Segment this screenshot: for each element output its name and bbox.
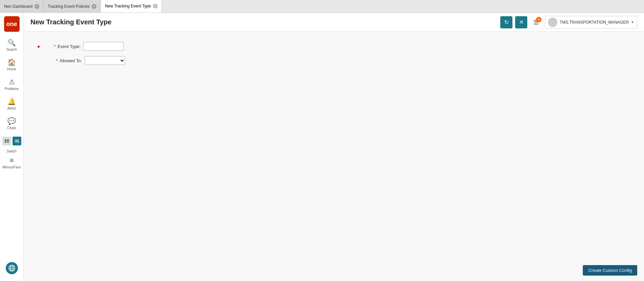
sidebar-item-alerts[interactable]: 🔔 Alerts (0, 94, 23, 114)
form-footer: Create Custom Config (583, 265, 637, 276)
sidebar: one 🔍 Search 🏠 Home ⚠ Problems 🔔 Alerts … (0, 13, 24, 281)
sidebar-bottom (0, 259, 23, 278)
dropdown-arrow-icon: ▼ (631, 20, 634, 24)
tab-neo-dashboard-label: Neo Dashboard (4, 4, 32, 9)
tab-tracking-event-policies-label: Tracking Event Policies (48, 4, 90, 9)
sidebar-item-chats-label: Chats (7, 126, 16, 130)
chats-icon: 💬 (7, 117, 16, 125)
allowed-to-label: * Allowed To: (45, 58, 82, 63)
notification-badge: ★ (536, 17, 542, 22)
event-type-row: ● * Event Type: (37, 42, 630, 51)
menus-favs-icon: ≡ (10, 157, 14, 164)
allowed-to-label-text: Allowed To: (60, 58, 82, 63)
menu-button[interactable]: ☰ ★ (530, 16, 542, 28)
refresh-button[interactable]: ↻ (500, 16, 512, 28)
sidebar-item-chats[interactable]: 💬 Chats (0, 114, 23, 133)
switch-icon-right (13, 137, 21, 145)
tab-tracking-event-policies[interactable]: Tracking Event Policies ✕ (44, 0, 101, 13)
sidebar-item-menus-favs-label: Menus/Favs (2, 165, 21, 169)
event-type-label: * Event Type: (43, 44, 80, 49)
svg-rect-1 (7, 139, 9, 141)
tab-bar: Neo Dashboard ✕ Tracking Event Policies … (0, 0, 644, 13)
user-selector[interactable]: TMS.TRANSPORTATION_MANAGER ▼ (545, 16, 637, 29)
tab-new-tracking-event-type-label: New Tracking Event Type (105, 4, 151, 8)
sidebar-item-problems[interactable]: ⚠ Problems (0, 74, 23, 94)
user-name: TMS.TRANSPORTATION_MANAGER (559, 20, 629, 25)
page-header: New Tracking Event Type ↻ ✕ ☰ ★ TMS.TRAN… (24, 13, 644, 32)
sidebar-item-problems-label: Problems (4, 87, 19, 91)
app-logo[interactable]: one (4, 16, 20, 32)
search-icon: 🔍 (7, 39, 16, 47)
sidebar-item-menus-favs[interactable]: ≡ Menus/Favs (0, 153, 23, 172)
main-layout: one 🔍 Search 🏠 Home ⚠ Problems 🔔 Alerts … (0, 13, 644, 281)
user-avatar (548, 18, 557, 27)
event-type-input[interactable] (83, 42, 124, 51)
svg-rect-3 (7, 141, 9, 143)
allowed-to-required-star: * (56, 58, 58, 63)
svg-rect-0 (5, 139, 6, 141)
globe-button[interactable] (6, 262, 18, 274)
alerts-icon: 🔔 (7, 97, 16, 106)
svg-rect-2 (5, 141, 6, 143)
tab-neo-dashboard-close[interactable]: ✕ (34, 4, 39, 9)
logo-text: one (6, 21, 17, 28)
refresh-icon: ↻ (504, 19, 509, 25)
form-area: ● * Event Type: * Allowed To: Create Cus… (24, 32, 644, 281)
tab-new-tracking-event-type-close[interactable]: ✕ (153, 4, 158, 8)
create-custom-config-button[interactable]: Create Custom Config (583, 265, 637, 276)
event-type-label-text: Event Type: (58, 44, 80, 49)
switch-icon-left (2, 137, 11, 145)
allowed-to-select[interactable] (85, 56, 125, 65)
tab-new-tracking-event-type[interactable]: New Tracking Event Type ✕ (101, 0, 162, 13)
close-button[interactable]: ✕ (515, 16, 527, 28)
tab-neo-dashboard[interactable]: Neo Dashboard ✕ (0, 0, 44, 13)
sidebar-item-search[interactable]: 🔍 Search (0, 35, 23, 55)
event-type-error-icon: ● (37, 44, 40, 49)
tab-tracking-event-policies-close[interactable]: ✕ (92, 4, 96, 9)
sidebar-item-switch-label: Switch (7, 149, 17, 153)
event-type-required-star: * (54, 44, 55, 49)
sidebar-item-home-label: Home (7, 67, 16, 71)
sidebar-item-alerts-label: Alerts (7, 107, 16, 110)
sidebar-item-search-label: Search (6, 48, 17, 51)
allowed-to-row: * Allowed To: (37, 56, 630, 65)
sidebar-item-switch[interactable] (0, 133, 23, 149)
home-icon: 🏠 (7, 58, 16, 66)
close-icon: ✕ (519, 19, 524, 25)
sidebar-item-home[interactable]: 🏠 Home (0, 55, 23, 74)
page-title: New Tracking Event Type (30, 18, 112, 26)
header-actions: ↻ ✕ ☰ ★ TMS.TRANSPORTATION_MANAGER ▼ (500, 16, 637, 29)
problems-icon: ⚠ (9, 78, 15, 86)
content-area: New Tracking Event Type ↻ ✕ ☰ ★ TMS.TRAN… (24, 13, 644, 281)
